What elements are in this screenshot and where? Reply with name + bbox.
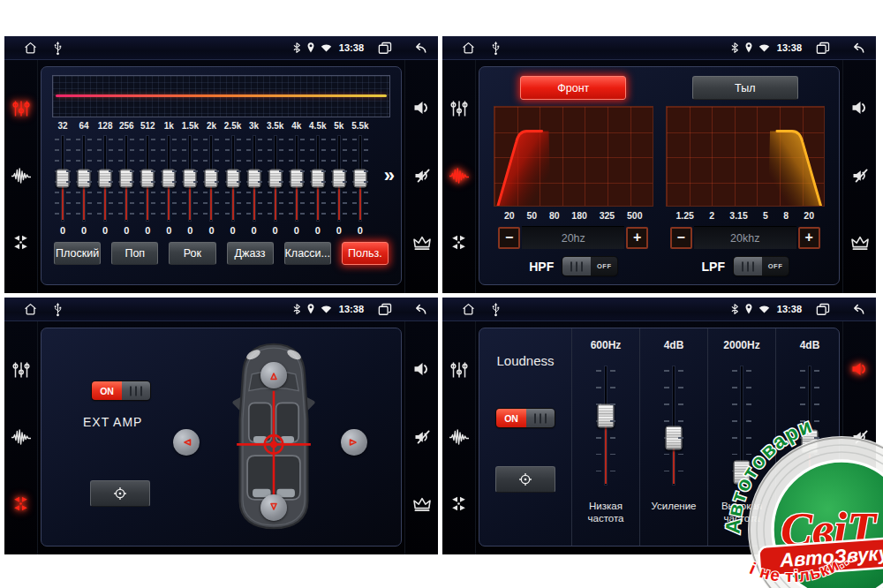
balance-tab-icon[interactable]: [11, 494, 30, 513]
eq-band-slider[interactable]: [307, 134, 328, 222]
slider-knob[interactable]: [99, 170, 112, 188]
home-icon[interactable]: [22, 40, 39, 57]
eq-band-slider[interactable]: [52, 134, 73, 222]
crossover-tab-icon[interactable]: [11, 428, 32, 446]
recents-icon[interactable]: [816, 303, 830, 316]
fader-front-button[interactable]: [260, 362, 287, 388]
eq-band-slider[interactable]: [73, 134, 94, 222]
mute-icon[interactable]: [850, 167, 870, 185]
clock: 13:38: [777, 304, 802, 314]
equalizer-tab-icon[interactable]: [449, 360, 469, 380]
eq-band-slider[interactable]: [137, 134, 158, 222]
slider-knob[interactable]: [226, 170, 239, 188]
reset-button[interactable]: [495, 466, 555, 493]
lpf-plus-button[interactable]: +: [798, 227, 820, 249]
eq-band-frequency: 4.5k: [309, 121, 326, 134]
eq-band-slider[interactable]: [350, 134, 371, 222]
balance-right-button[interactable]: [341, 429, 367, 456]
crown-icon[interactable]: [412, 235, 432, 251]
slider-knob[interactable]: [57, 170, 70, 188]
front-button[interactable]: Фронт: [520, 76, 626, 100]
balance-tab-icon[interactable]: [449, 494, 468, 513]
eq-band-slider[interactable]: [200, 134, 222, 222]
home-icon[interactable]: [22, 301, 39, 318]
slider-knob[interactable]: [332, 170, 345, 188]
slider-knob[interactable]: [598, 403, 615, 427]
center-reset-button[interactable]: [90, 480, 150, 507]
lpf-toggle[interactable]: OFF: [734, 257, 789, 275]
crossover-tab-icon[interactable]: [11, 167, 32, 185]
eq-band-slider[interactable]: [179, 134, 200, 222]
crossover-tab-icon[interactable]: [449, 428, 470, 446]
crossover-tab-icon[interactable]: [449, 167, 470, 185]
slider-knob[interactable]: [311, 170, 324, 188]
back-icon[interactable]: [411, 41, 427, 55]
fader-rear-button[interactable]: [260, 494, 287, 521]
volume-icon[interactable]: [412, 99, 432, 117]
slider-knob[interactable]: [247, 170, 260, 188]
recents-icon[interactable]: [378, 41, 392, 55]
column-value-label: 4dB: [664, 339, 684, 360]
slider-knob[interactable]: [78, 170, 91, 188]
slider-knob[interactable]: [290, 170, 303, 188]
eq-preset-button[interactable]: Класси...: [284, 242, 331, 265]
lpf-frequency-value[interactable]: 20khz: [694, 226, 796, 249]
equalizer-tab-icon[interactable]: [449, 99, 469, 118]
eq-band-slider[interactable]: [158, 134, 179, 222]
slider-knob[interactable]: [205, 170, 218, 188]
eq-preset-button[interactable]: Поп: [111, 242, 158, 265]
equalizer-tab-icon[interactable]: [11, 99, 31, 118]
equalizer-tab-icon[interactable]: [11, 360, 31, 380]
rear-button[interactable]: Тыл: [692, 76, 798, 100]
eq-band-slider[interactable]: [116, 134, 137, 222]
hpf-plus-button[interactable]: +: [626, 227, 648, 249]
crown-icon[interactable]: [850, 235, 870, 251]
mute-icon[interactable]: [412, 167, 432, 185]
slider-knob[interactable]: [268, 170, 282, 188]
eq-preset-button[interactable]: Джазз: [227, 242, 274, 265]
back-icon[interactable]: [411, 303, 427, 316]
eq-band-slider[interactable]: [94, 134, 116, 222]
eq-band-slider[interactable]: [244, 134, 265, 222]
eq-band-slider[interactable]: [286, 134, 307, 222]
eq-band-slider[interactable]: [223, 134, 244, 222]
eq-band-slider[interactable]: [328, 134, 350, 222]
hpf-minus-button[interactable]: −: [498, 227, 520, 249]
arrow-left-icon: [177, 433, 195, 451]
eq-band-value: 0: [208, 225, 214, 237]
balance-left-button[interactable]: [173, 429, 200, 456]
volume-icon[interactable]: [412, 360, 432, 378]
eq-band: 5k 0: [328, 121, 350, 237]
back-icon[interactable]: [849, 41, 865, 55]
hpf-toggle[interactable]: OFF: [562, 257, 617, 275]
volume-icon[interactable]: [850, 99, 870, 117]
recents-icon[interactable]: [816, 41, 830, 55]
eq-band-frequency: 3k: [249, 121, 259, 134]
loudness-toggle[interactable]: ON: [496, 409, 555, 427]
crown-icon[interactable]: [412, 496, 432, 512]
home-icon[interactable]: [460, 301, 477, 318]
eq-preset-label: Джазз: [235, 247, 266, 260]
slider-knob[interactable]: [353, 170, 366, 188]
recents-icon[interactable]: [378, 303, 392, 316]
eq-band: 128 0: [94, 121, 116, 237]
slider-knob[interactable]: [184, 170, 197, 188]
home-icon[interactable]: [460, 40, 477, 57]
lpf-minus-button[interactable]: −: [670, 227, 692, 249]
mute-icon[interactable]: [412, 428, 432, 446]
eq-preset-button[interactable]: Польз.: [342, 242, 389, 265]
balance-tab-icon[interactable]: [449, 233, 468, 252]
eq-band-slider[interactable]: [265, 134, 286, 222]
more-bands-chevron-icon[interactable]: »: [384, 164, 393, 187]
slider-knob[interactable]: [141, 170, 155, 188]
balance-tab-icon[interactable]: [11, 233, 30, 252]
eq-preset-button[interactable]: Плоский: [54, 242, 101, 265]
slider-knob[interactable]: [162, 170, 176, 188]
loudness-slider[interactable]: [572, 364, 639, 487]
ext-amp-toggle[interactable]: ON: [92, 381, 150, 400]
hpf-frequency-value[interactable]: 20hz: [522, 226, 624, 249]
slider-knob[interactable]: [120, 170, 133, 188]
back-icon[interactable]: [849, 303, 865, 316]
eq-preset-button[interactable]: Рок: [169, 242, 215, 265]
slider-knob[interactable]: [666, 426, 683, 450]
